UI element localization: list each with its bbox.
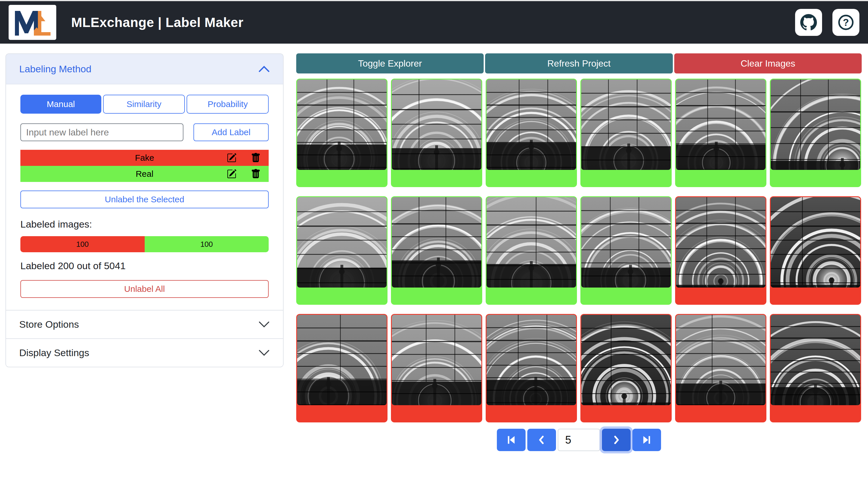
chevron-down-icon [258,321,270,328]
new-label-input[interactable] [20,123,184,141]
tile-label-band [392,170,481,186]
diffraction-image [487,315,576,405]
pagination [296,429,862,451]
toolbar: Toggle ExplorerRefresh ProjectClear Imag… [296,53,862,73]
accordion-title: Labeling Method [19,63,91,74]
image-tile-18-fake[interactable] [770,314,861,423]
tile-label-band [297,405,387,422]
image-tile-7-real[interactable] [296,196,387,305]
diffraction-image [297,197,387,287]
tile-label-band [581,170,671,186]
diffraction-image [676,315,765,405]
chevron-up-icon [258,65,270,72]
image-tile-14-fake[interactable] [391,314,482,423]
next-page-button[interactable] [602,429,631,451]
tile-label-band [392,405,481,422]
tile-label-band [771,405,860,422]
svg-text:?: ? [843,17,849,28]
edit-icon[interactable] [227,169,236,179]
label-name: Real [136,169,153,179]
progress-segment: 100 [145,236,269,252]
image-tile-1-real[interactable] [296,79,387,187]
accordion-header-display-settings[interactable]: Display Settings [6,338,283,367]
add-label-row: Add Label [20,123,269,141]
diffraction-image [771,315,860,405]
diffraction-image [297,80,387,170]
labeled-progress-bar: 100100 [20,236,269,252]
page-number-input[interactable] [558,429,600,451]
image-tile-9-real[interactable] [486,196,577,305]
tile-label-band [581,287,671,304]
tile-label-band [676,287,765,304]
prev-page-button[interactable] [527,429,556,451]
ml-logo-icon [14,8,51,36]
tile-label-band [487,405,576,422]
refresh-project-button[interactable]: Refresh Project [485,53,673,73]
diffraction-image [771,197,860,287]
toggle-explorer-button[interactable]: Toggle Explorer [296,53,484,73]
labeled-images-caption: Labeled images: [20,219,269,230]
label-row-fake[interactable]: Fake [20,150,269,166]
tile-label-band [676,405,765,422]
tile-label-band [676,170,765,186]
tab-probability[interactable]: Probability [187,95,269,114]
image-tile-16-fake[interactable] [580,314,672,423]
add-label-button[interactable]: Add Label [193,123,269,141]
label-name: Fake [135,153,154,163]
accordion-title: Display Settings [19,347,89,359]
image-tile-11-fake[interactable] [675,196,766,305]
diffraction-image [297,315,387,405]
header-actions: ? [795,9,860,36]
labeling-accordion: Labeling Method ManualSimilarityProbabil… [5,53,283,367]
label-list: FakeReal [20,150,269,182]
accordion-header-store-options[interactable]: Store Options [6,310,283,338]
tile-label-band [392,287,481,304]
diffraction-image [392,197,481,287]
last-page-button[interactable] [632,429,661,451]
unlabel-all-button[interactable]: Unlabel All [20,280,269,298]
tile-label-band [487,170,576,186]
image-tile-10-real[interactable] [580,196,672,305]
diffraction-image [487,197,576,287]
image-tile-4-real[interactable] [580,79,672,187]
image-tile-5-real[interactable] [675,79,766,187]
tile-label-band [581,405,671,422]
labeling-method-tabs: ManualSimilarityProbability [20,95,269,114]
app-header: MLExchange | Label Maker ? [0,1,868,44]
image-grid [296,79,861,423]
image-tile-12-fake[interactable] [770,196,861,305]
clear-images-button[interactable]: Clear Images [674,53,862,73]
help-button[interactable]: ? [832,9,860,36]
page-title: MLExchange | Label Maker [71,15,244,30]
image-tile-8-real[interactable] [391,196,482,305]
help-icon: ? [838,14,854,31]
image-tile-17-fake[interactable] [675,314,766,423]
app-root: MLExchange | Label Maker ? Labeling Meth… [0,0,868,493]
chevron-down-icon [258,349,270,357]
github-icon [800,14,817,31]
skip-end-icon [641,434,652,446]
diffraction-image [676,80,765,170]
sidebar: Labeling Method ManualSimilarityProbabil… [5,53,283,367]
first-page-button[interactable] [497,429,526,451]
tab-similarity[interactable]: Similarity [103,95,185,114]
trash-icon[interactable] [251,169,261,179]
tile-label-band [297,170,387,186]
image-tile-13-fake[interactable] [296,314,387,423]
label-row-real[interactable]: Real [20,166,269,182]
image-tile-2-real[interactable] [391,79,482,187]
diffraction-image [581,315,671,405]
image-tile-6-real[interactable] [770,79,861,187]
chevron-left-icon [536,434,547,446]
image-tile-15-fake[interactable] [486,314,577,423]
diffraction-image [581,80,671,170]
accordion-header-labeling-method[interactable]: Labeling Method [6,54,283,84]
unlabel-selected-button[interactable]: Unlabel the Selected [20,191,269,208]
tile-label-band [297,287,387,304]
edit-icon[interactable] [227,153,236,163]
chevron-right-icon [611,434,622,446]
tab-manual[interactable]: Manual [20,95,101,114]
image-tile-3-real[interactable] [486,79,577,187]
trash-icon[interactable] [251,153,261,163]
github-button[interactable] [795,9,822,36]
